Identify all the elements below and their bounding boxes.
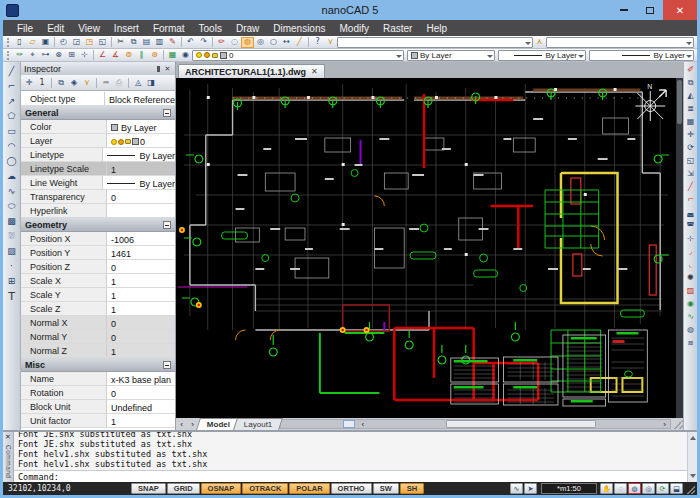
section-misc[interactable]: Misc xyxy=(21,358,175,372)
tangent-snap-icon[interactable]: ∡ xyxy=(109,50,122,61)
add-object-icon[interactable]: ✛ xyxy=(23,77,35,89)
copy-object-icon[interactable]: ⧉ xyxy=(685,77,697,89)
command-input[interactable]: Command: xyxy=(14,470,687,482)
edit-spline-icon[interactable]: ∿ xyxy=(685,311,697,323)
midpoint-snap-icon[interactable]: ⊶ xyxy=(39,50,52,61)
quick-select-icon[interactable]: ⋎ xyxy=(324,37,337,48)
menu-format[interactable]: Format xyxy=(147,22,191,35)
property-row[interactable]: Color By Layer xyxy=(21,120,175,134)
property-row[interactable]: Line Weight By Layer xyxy=(21,176,175,190)
toggle-otrack[interactable]: OTRACK xyxy=(242,483,288,494)
intersection-snap-icon[interactable]: ⊗ xyxy=(52,50,65,61)
paste-icon[interactable]: ▤ xyxy=(140,37,153,48)
property-row[interactable]: Position Z 0 xyxy=(21,260,175,274)
arc-icon[interactable]: ◠ xyxy=(4,139,19,153)
menu-draw[interactable]: Draw xyxy=(230,22,265,35)
property-row[interactable]: Object type Block Reference xyxy=(21,92,175,106)
select-objects-icon[interactable]: ◈ xyxy=(68,77,80,89)
parallel-snap-icon[interactable]: ∥ xyxy=(135,50,148,61)
command-history[interactable]: Font JE.shx substituted as txt.shx Font … xyxy=(14,432,687,470)
canvas-vertical-scrollbar[interactable] xyxy=(676,78,683,418)
zoom-dynamic-icon[interactable]: ◎ xyxy=(254,37,267,48)
trim-icon[interactable]: ╱ xyxy=(685,181,697,193)
command-close-icon[interactable]: ✕ xyxy=(5,433,11,441)
export-icon[interactable]: ◱ xyxy=(96,37,109,48)
table-icon[interactable]: ⊞ xyxy=(4,274,19,288)
spline-icon[interactable]: ∿ xyxy=(4,184,19,198)
break-at-point-icon[interactable]: ◛ xyxy=(685,207,697,219)
polygon-icon[interactable]: ⬠ xyxy=(4,109,19,123)
center-snap-icon[interactable]: ⊞ xyxy=(65,50,78,61)
property-row[interactable]: Transparency 0 xyxy=(21,190,175,204)
zoom-in-icon[interactable]: ◌ xyxy=(614,483,627,494)
node-snap-icon[interactable]: ⊚ xyxy=(122,50,135,61)
match-properties-icon[interactable]: ✎ xyxy=(166,37,179,48)
property-row[interactable]: Position Y 1461 xyxy=(21,246,175,260)
copy-style-icon[interactable]: ✑ xyxy=(13,50,26,61)
edit-polyline-icon[interactable]: ◉ xyxy=(685,298,697,310)
offset-icon[interactable]: ≣ xyxy=(685,103,697,115)
copy-icon[interactable]: ⧉ xyxy=(127,37,140,48)
ray-icon[interactable]: ↗ xyxy=(4,94,19,108)
revision-cloud-icon[interactable]: ☁ xyxy=(4,169,19,183)
pin-icon[interactable] xyxy=(154,64,163,73)
ellipse-icon[interactable]: ⬭ xyxy=(4,199,19,213)
resize-grip[interactable] xyxy=(673,419,683,429)
collapse-icon[interactable] xyxy=(163,109,171,117)
clean-screen-icon[interactable]: ⬓ xyxy=(670,483,683,494)
scroll-right-icon[interactable]: › xyxy=(659,420,670,429)
scroll-left-icon[interactable]: ‹ xyxy=(357,420,368,429)
image-icon[interactable]: ⛆ xyxy=(4,229,19,243)
search-combo[interactable] xyxy=(337,37,533,48)
help-icon[interactable]: ? xyxy=(311,37,324,48)
redline-icon[interactable]: ✏ xyxy=(215,37,228,48)
mirror-icon[interactable]: ◭ xyxy=(685,90,697,102)
angle-snap-icon[interactable]: ∠ xyxy=(96,50,109,61)
window-resize-grip[interactable] xyxy=(687,483,695,494)
fillet-icon[interactable]: ◞ xyxy=(685,246,697,258)
toggle-osnap[interactable]: OSNAP xyxy=(201,483,242,494)
save-icon[interactable]: ▣ xyxy=(39,37,52,48)
property-row[interactable]: Linetype By Layer xyxy=(21,148,175,162)
endpoint-snap-icon[interactable]: ⌖ xyxy=(26,50,39,61)
redo-icon[interactable]: ↷ xyxy=(197,37,210,48)
zoom-window-icon[interactable]: ◍ xyxy=(628,483,641,494)
zoom-object-icon[interactable]: ◌ xyxy=(228,37,241,48)
viewport-split-icon[interactable] xyxy=(343,420,355,428)
property-row[interactable]: Hyperlink xyxy=(21,204,175,218)
menu-file[interactable]: File xyxy=(11,22,39,35)
join-icon[interactable]: ⊹ xyxy=(685,233,697,245)
section-general[interactable]: General xyxy=(21,106,175,120)
save-state-icon[interactable]: ⎙ xyxy=(113,77,125,89)
zoom-window-icon[interactable]: ◍ xyxy=(241,37,254,48)
menu-insert[interactable]: Insert xyxy=(108,22,145,35)
toggle-sh[interactable]: SH xyxy=(400,483,424,494)
extend-icon[interactable]: ⌐ xyxy=(685,194,697,206)
minimize-button[interactable] xyxy=(611,0,637,20)
undo-icon[interactable]: ↶ xyxy=(184,37,197,48)
select-similar-icon[interactable]: ◨ xyxy=(145,77,157,89)
regen-icon[interactable]: ⟳ xyxy=(656,483,669,494)
linework-icon[interactable]: ╱ xyxy=(293,37,306,48)
property-row[interactable]: Unit factor 1 xyxy=(21,414,175,428)
property-row[interactable]: Scale Z 1 xyxy=(21,302,175,316)
collapse-icon[interactable] xyxy=(163,361,171,369)
collapse-icon[interactable] xyxy=(163,221,171,229)
line-icon[interactable]: ╱ xyxy=(4,64,19,78)
menu-modify[interactable]: Modify xyxy=(334,22,375,35)
toggle-snap[interactable]: SNAP xyxy=(131,483,166,494)
scroll-down-icon[interactable] xyxy=(690,474,696,481)
insert-block-icon[interactable]: ▩ xyxy=(4,214,19,228)
edit-block-icon[interactable]: ⧈ xyxy=(685,337,697,349)
zoom-extents-icon[interactable]: ○ xyxy=(267,37,280,48)
apply-icon[interactable]: ➦ xyxy=(100,77,112,89)
explode-icon[interactable]: ✺ xyxy=(685,272,697,284)
polyline-icon[interactable]: ⌐ xyxy=(4,79,19,93)
property-row[interactable]: Scale X 1 xyxy=(21,274,175,288)
toggle-grid[interactable]: GRID xyxy=(167,483,200,494)
scroll-up-icon[interactable] xyxy=(690,433,696,440)
inspector-close-icon[interactable]: ✕ xyxy=(163,64,172,73)
section-geometry[interactable]: Geometry xyxy=(21,218,175,232)
tab-close-icon[interactable]: ✕ xyxy=(311,67,318,76)
rotate-icon[interactable]: ⟳ xyxy=(685,142,697,154)
